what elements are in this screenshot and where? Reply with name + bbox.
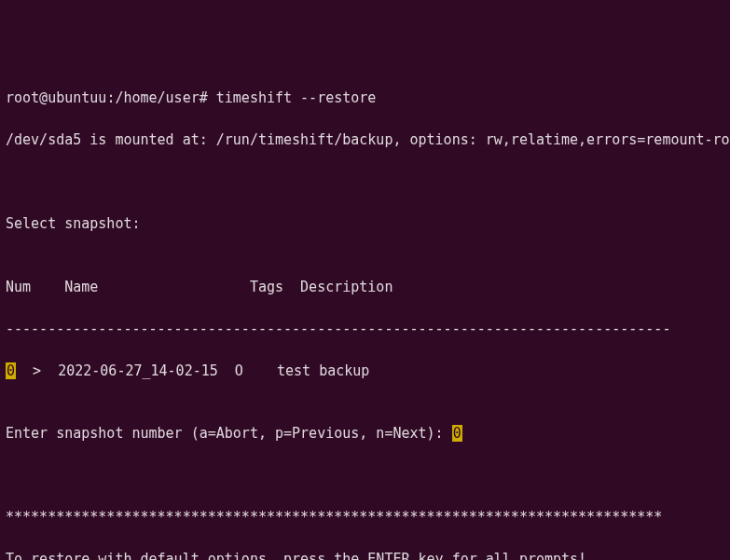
banner-stars-top: ****************************************… [6,507,724,528]
snapshot-num: 0 [6,362,16,379]
prompt-path: /home/user [115,89,199,106]
banner-text: To restore with default options, press t… [6,549,724,560]
snapshot-description: test backup [277,362,369,379]
snapshot-table-headers: Num Name Tags Description [6,277,724,298]
prompt-line: root@ubuntuu:/home/user# timeshift --res… [6,88,724,109]
snapshot-row: 0 > 2022-06-27_14-02-15 O test backup [6,361,724,382]
snapshot-table-divider: ----------------------------------------… [6,319,724,340]
prompt-symbol: # [200,89,208,106]
snapshot-tags: O [218,362,277,379]
snapshot-name: 2022-06-27_14-02-15 [58,362,218,379]
command-text: timeshift --restore [216,89,377,106]
snapshot-prompt-line: Enter snapshot number (a=Abort, p=Previo… [6,423,724,444]
terminal-output[interactable]: root@ubuntuu:/home/user# timeshift --res… [6,88,724,560]
snapshot-input: 0 [452,425,462,442]
prompt-user-host: root@ubuntuu [6,89,106,106]
snapshot-prompt-text: Enter snapshot number (a=Abort, p=Previo… [6,425,452,442]
select-snapshot-header: Select snapshot: [6,213,724,235]
mount-info: /dev/sda5 is mounted at: /run/timeshift/… [6,130,724,151]
snapshot-marker: > [16,362,58,379]
